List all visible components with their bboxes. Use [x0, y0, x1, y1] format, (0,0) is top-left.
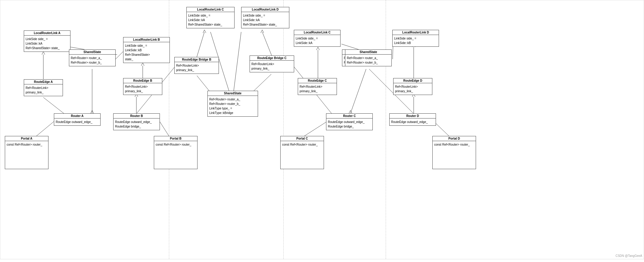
- router-a: Router A RouteEdge outward_edge_: [54, 113, 101, 126]
- router-d-body: RouteEdge outward_edge_: [390, 118, 436, 125]
- local-router-link-d1-body: LinkSide side_ =LinkSide::kARef<SharedSt…: [241, 12, 289, 28]
- local-router-link-d2-title: LocalRouterLink D: [393, 30, 439, 35]
- local-router-link-d2: LocalRouterLink D LinkSide side_ =LinkSi…: [392, 30, 439, 47]
- local-router-link-d1: LocalRouterLink D LinkSide side_ =LinkSi…: [241, 7, 289, 28]
- svg-line-4: [36, 122, 54, 136]
- local-router-link-c2: LocalRouterLink C LinkSide side_ =LinkSi…: [294, 30, 341, 47]
- svg-line-15: [262, 32, 272, 56]
- route-edge-c-body: Ref<RouterLink>primary_link_: [298, 83, 337, 95]
- router-d-title: Router D: [390, 114, 436, 118]
- router-b: Router B RouteEdge outward_edge_RouteEdg…: [113, 113, 160, 130]
- router-c: Router C RouteEdge outward_edge_RouteEdg…: [326, 113, 373, 130]
- svg-line-11: [197, 32, 204, 58]
- portal-b-title: Portal B: [154, 136, 197, 141]
- shared-state-b: SharedState Ref<Router> router_a_Ref<Rou…: [207, 91, 258, 117]
- grid-line-2: [283, 0, 284, 259]
- local-router-link-a-body: LinkSide side_ =LinkSide::kARef<SharedSt…: [24, 36, 70, 52]
- route-edge-d-body: Ref<RouterLink>primary_link_: [394, 83, 432, 95]
- shared-state-d-title: SharedState: [345, 50, 391, 55]
- shared-state-a-body: Ref<Router> router_a_Ref<Router> router_…: [69, 55, 115, 66]
- router-a-body: RouteEdge outward_edge_: [54, 118, 100, 125]
- route-edge-a: RouteEdge A Ref<RouterLink>primary_link_: [24, 79, 63, 96]
- local-router-link-c1: LocalRouterLink C LinkSide side_ =LinkSi…: [186, 7, 235, 28]
- route-edge-bridge-c-body: Ref<RouterLink>primary_link_: [250, 61, 294, 72]
- local-router-link-c2-title: LocalRouterLink C: [294, 30, 340, 35]
- local-router-link-b-body: LinkSide side_ =LinkSide::kBRef<SharedSt…: [123, 42, 170, 63]
- portal-a-title: Portal A: [5, 136, 48, 141]
- portal-c-title: Portal C: [281, 136, 324, 141]
- portal-c: Portal C const Ref<Router> router_: [280, 136, 324, 169]
- local-router-link-c2-body: LinkSide side_ =LinkSide::kA: [294, 35, 340, 46]
- router-c-body: RouteEdge outward_edge_RouteEdge bridge_: [326, 118, 372, 130]
- local-router-link-b-title: LocalRouterLink B: [123, 37, 170, 42]
- svg-line-18: [350, 69, 366, 113]
- route-edge-bridge-b-body: Ref<RouterLink>primary_link_: [175, 62, 219, 74]
- route-edge-b-body: Ref<RouterLink>primary_link_: [123, 83, 162, 95]
- shared-state-d-body: Ref<Router> router_a_Ref<Router> router_…: [345, 55, 391, 66]
- grid-line-3: [386, 0, 386, 259]
- route-edge-c: RouteEdge C Ref<RouterLink>primary_link_: [298, 78, 337, 95]
- router-b-body: RouteEdge outward_edge_RouteEdge bridge_: [114, 118, 160, 130]
- svg-line-24: [434, 122, 449, 136]
- svg-line-8: [160, 122, 169, 136]
- local-router-link-d1-title: LocalRouterLink D: [241, 7, 289, 12]
- local-router-link-d2-body: LinkSide side_ =LinkSide::kB: [393, 35, 439, 46]
- route-edge-bridge-b: RouteEdge Bridge B Ref<RouterLink>primar…: [174, 57, 219, 74]
- watermark: CSDN @TangGeeA: [615, 254, 642, 257]
- route-edge-d-title: RouteEdge D: [394, 78, 432, 83]
- svg-line-5: [116, 52, 123, 59]
- route-edge-c-title: RouteEdge C: [298, 78, 337, 83]
- route-edge-bridge-c-title: RouteEdge Bridge C: [250, 56, 294, 61]
- portal-a: Portal A const Ref<Router> router_: [5, 136, 48, 169]
- svg-line-20: [304, 122, 327, 136]
- portal-b: Portal B const Ref<Router> router_: [154, 136, 198, 169]
- local-router-link-c1-body: LinkSide side_ =LinkSide::kARef<SharedSt…: [187, 12, 234, 28]
- shared-state-a: SharedState Ref<Router> router_a_Ref<Rou…: [69, 49, 116, 66]
- svg-line-17: [341, 44, 359, 49]
- router-b-title: Router B: [114, 114, 160, 118]
- shared-state-d: SharedState Ref<Router> router_a_Ref<Rou…: [345, 49, 392, 66]
- router-d: Router D RouteEdge outward_edge_: [389, 113, 436, 126]
- svg-line-0: [70, 47, 85, 49]
- router-c-title: Router C: [326, 114, 372, 118]
- route-edge-b-title: RouteEdge B: [123, 78, 162, 83]
- local-router-link-a-title: LocalRouterLink A: [24, 31, 70, 36]
- shared-state-a-title: SharedState: [69, 50, 115, 55]
- route-edge-a-body: Ref<RouterLink>primary_link_: [24, 84, 63, 96]
- route-edge-d: RouteEdge D Ref<RouterLink>primary_link_: [393, 78, 432, 95]
- local-router-link-a: LocalRouterLink A LinkSide side_ =LinkSi…: [24, 30, 70, 52]
- shared-state-b-body: Ref<Router> router_a_Ref<Router> router_…: [208, 96, 258, 116]
- route-edge-a-title: RouteEdge A: [24, 80, 63, 84]
- local-router-link-b: LocalRouterLink B LinkSide side_ =LinkSi…: [123, 37, 170, 63]
- local-router-link-c1-title: LocalRouterLink C: [187, 7, 234, 12]
- shared-state-b-title: SharedState: [208, 91, 258, 96]
- svg-line-10: [234, 32, 241, 91]
- portal-d: Portal D const Ref<Router> router_: [432, 136, 476, 169]
- portal-d-body: const Ref<Router> router_: [433, 141, 476, 148]
- portal-c-body: const Ref<Router> router_: [281, 141, 324, 148]
- portal-b-body: const Ref<Router> router_: [154, 141, 197, 148]
- router-a-title: Router A: [54, 114, 100, 118]
- portal-d-title: Portal D: [433, 136, 476, 141]
- route-edge-bridge-b-title: RouteEdge Bridge B: [175, 57, 219, 62]
- portal-a-body: const Ref<Router> router_: [5, 141, 48, 148]
- route-edge-b: RouteEdge B Ref<RouterLink>primary_link_: [123, 78, 162, 95]
- diagram-container: LocalRouterLink A LinkSide side_ =LinkSi…: [0, 0, 644, 259]
- route-edge-bridge-c: RouteEdge Bridge C Ref<RouterLink>primar…: [250, 55, 294, 72]
